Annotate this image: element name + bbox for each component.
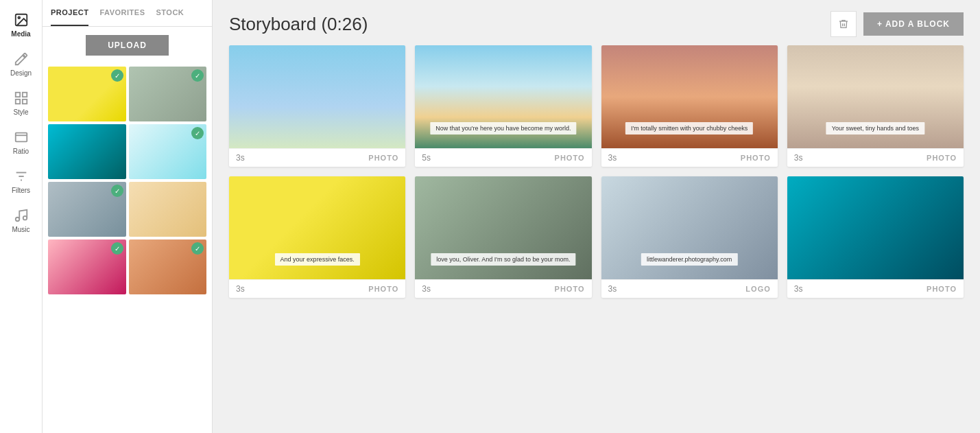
sidebar-item-filters[interactable]: Filters xyxy=(0,162,42,201)
block-time-3: 3s xyxy=(608,153,617,163)
block-caption-3: I'm totally smitten with your chubby che… xyxy=(625,122,753,134)
storyboard-row-1: 3s PHOTO Now that you're here you have b… xyxy=(229,45,964,167)
sidebar-item-media-label: Media xyxy=(11,30,30,38)
sidebar-item-style[interactable]: Style xyxy=(0,84,42,123)
storyboard-row-2: And your expressive faces. 3s PHOTO love… xyxy=(229,176,964,298)
media-tabs: PROJECT FAVORITES STOCK xyxy=(43,0,212,27)
block-type-6: PHOTO xyxy=(555,285,585,293)
storyboard-header: Storyboard (0:26) + ADD A BLOCK xyxy=(213,0,980,45)
block-time-6: 3s xyxy=(422,284,431,294)
check-badge-5: ✓ xyxy=(111,185,123,197)
block-time-7: 3s xyxy=(608,284,617,294)
svg-rect-4 xyxy=(15,100,19,104)
sidebar-item-filters-label: Filters xyxy=(12,187,30,194)
sidebar-item-ratio-label: Ratio xyxy=(13,148,29,155)
block-type-2: PHOTO xyxy=(555,154,585,162)
block-time-5: 3s xyxy=(236,284,245,294)
block-type-5: PHOTO xyxy=(368,285,398,293)
sidebar-item-music[interactable]: Music xyxy=(0,201,42,240)
block-card-3[interactable]: I'm totally smitten with your chubby che… xyxy=(601,45,778,167)
block-type-8: PHOTO xyxy=(927,285,957,293)
upload-button[interactable]: UPLOAD xyxy=(86,35,169,56)
block-time-1: 3s xyxy=(236,153,245,163)
media-thumb-6[interactable] xyxy=(129,182,207,237)
block-caption-7: littlewanderer.photography.com xyxy=(641,253,737,266)
block-type-3: PHOTO xyxy=(741,154,771,162)
block-image-5: And your expressive faces. xyxy=(229,176,405,279)
block-card-7[interactable]: littlewanderer.photography.com 3s LOGO xyxy=(601,176,778,298)
tab-favorites[interactable]: FAVORITES xyxy=(99,0,145,26)
block-footer-6: 3s PHOTO xyxy=(415,279,591,298)
svg-point-1 xyxy=(18,16,20,19)
brush-icon xyxy=(14,51,29,67)
storyboard-title: Storyboard (0:26) xyxy=(229,14,368,35)
icon-sidebar: Media Design Style Ratio Filters xyxy=(0,0,43,433)
delete-button[interactable] xyxy=(830,11,857,37)
svg-rect-3 xyxy=(22,93,26,97)
grid-icon xyxy=(14,91,29,106)
block-type-4: PHOTO xyxy=(927,154,957,162)
block-footer-8: 3s PHOTO xyxy=(787,279,964,298)
filters-icon xyxy=(14,169,29,184)
check-badge-7: ✓ xyxy=(111,242,123,255)
svg-rect-6 xyxy=(15,133,27,142)
media-thumb-4[interactable]: ✓ xyxy=(129,124,207,179)
block-time-2: 5s xyxy=(422,153,431,163)
block-image-6: love you, Oliver. And I'm so glad to be … xyxy=(415,176,591,279)
block-card-6[interactable]: love you, Oliver. And I'm so glad to be … xyxy=(415,176,591,298)
music-icon xyxy=(14,208,29,223)
block-card-2[interactable]: Now that you're here you have become my … xyxy=(415,45,591,167)
check-badge-2: ✓ xyxy=(191,69,204,82)
sidebar-item-style-label: Style xyxy=(13,108,28,116)
block-card-1[interactable]: 3s PHOTO xyxy=(229,45,405,167)
block-type-7: LOGO xyxy=(745,285,770,293)
check-badge-4: ✓ xyxy=(191,127,204,139)
block-image-8 xyxy=(787,176,964,279)
trash-icon xyxy=(838,19,849,30)
block-image-2: Now that you're here you have become my … xyxy=(415,45,591,148)
sidebar-item-media[interactable]: Media xyxy=(0,5,42,45)
block-card-5[interactable]: And your expressive faces. 3s PHOTO xyxy=(229,176,405,298)
block-caption-2: Now that you're here you have become my … xyxy=(430,122,576,134)
block-footer-2: 5s PHOTO xyxy=(415,148,591,167)
media-grid: ✓ ✓ ✓ ✓ ✓ ✓ xyxy=(43,64,212,297)
main-content: Storyboard (0:26) + ADD A BLOCK 3s xyxy=(213,0,980,433)
media-thumb-5[interactable]: ✓ xyxy=(48,182,126,237)
media-panel: PROJECT FAVORITES STOCK UPLOAD ✓ ✓ ✓ ✓ ✓… xyxy=(43,0,213,433)
sidebar-item-music-label: Music xyxy=(12,226,29,233)
svg-rect-2 xyxy=(15,93,19,97)
block-caption-6: love you, Oliver. And I'm so glad to be … xyxy=(431,253,575,266)
image-icon xyxy=(14,12,29,27)
block-image-3: I'm totally smitten with your chubby che… xyxy=(601,45,778,148)
block-card-4[interactable]: Your sweet, tiny hands and toes 3s PHOTO xyxy=(787,45,964,167)
media-thumb-2[interactable]: ✓ xyxy=(129,67,207,121)
media-thumb-1[interactable]: ✓ xyxy=(48,67,126,121)
sidebar-item-ratio[interactable]: Ratio xyxy=(0,123,42,162)
block-time-4: 3s xyxy=(794,153,803,163)
storyboard-scroll: 3s PHOTO Now that you're here you have b… xyxy=(213,45,980,433)
tab-stock[interactable]: STOCK xyxy=(156,0,184,26)
block-footer-4: 3s PHOTO xyxy=(787,148,964,167)
svg-point-12 xyxy=(23,216,27,220)
tab-project[interactable]: PROJECT xyxy=(51,0,88,26)
block-caption-5: And your expressive faces. xyxy=(275,253,360,266)
header-actions: + ADD A BLOCK xyxy=(830,11,964,37)
check-badge-8: ✓ xyxy=(191,242,204,255)
block-card-8[interactable]: 3s PHOTO xyxy=(787,176,964,298)
svg-point-11 xyxy=(15,218,19,222)
media-thumb-3[interactable] xyxy=(48,124,126,179)
block-time-8: 3s xyxy=(794,284,803,294)
add-block-label: + ADD A BLOCK xyxy=(877,19,950,29)
media-thumb-7[interactable]: ✓ xyxy=(48,239,126,294)
ratio-icon xyxy=(14,130,29,145)
check-badge-1: ✓ xyxy=(111,69,123,82)
block-footer-7: 3s LOGO xyxy=(601,279,778,298)
sidebar-item-design[interactable]: Design xyxy=(0,45,42,84)
add-block-button[interactable]: + ADD A BLOCK xyxy=(863,12,964,36)
block-image-4: Your sweet, tiny hands and toes xyxy=(787,45,964,148)
media-thumb-8[interactable]: ✓ xyxy=(129,239,207,294)
svg-rect-5 xyxy=(22,100,26,104)
block-footer-5: 3s PHOTO xyxy=(229,279,405,298)
sidebar-item-design-label: Design xyxy=(10,69,32,77)
block-type-1: PHOTO xyxy=(368,154,398,162)
